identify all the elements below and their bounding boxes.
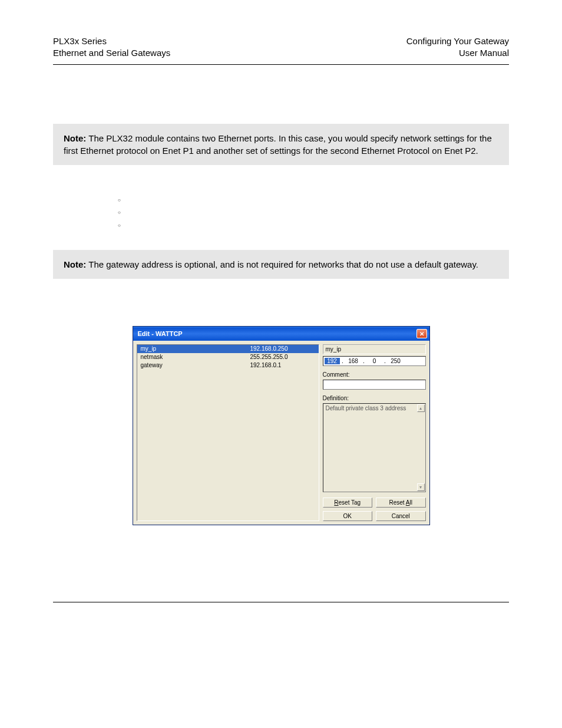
comment-input[interactable] xyxy=(323,380,426,390)
ip-octet-1[interactable]: 192 xyxy=(325,358,340,364)
list-name: my_ip xyxy=(141,345,250,353)
ip-octet-2[interactable]: 168 xyxy=(346,358,361,364)
ip-dot: . xyxy=(341,358,345,364)
edit-wattcp-dialog: Edit - WATTCP ✕ my_ip 192.168.0.250 netm… xyxy=(133,326,430,525)
scroll-up-icon[interactable]: ▴ xyxy=(417,404,425,412)
bullet-list xyxy=(118,195,509,233)
scroll-down-icon[interactable]: ▾ xyxy=(417,483,425,491)
definition-box: Default private class 3 address ▴ ▾ xyxy=(323,403,426,492)
list-row-gateway[interactable]: gateway 192.168.0.1 xyxy=(137,361,319,370)
cancel-button[interactable]: Cancel xyxy=(376,511,426,521)
dialog-titlebar[interactable]: Edit - WATTCP ✕ xyxy=(133,327,429,341)
note1-prefix: Note: xyxy=(64,133,86,143)
note-box-2: Note: The gateway address is optional, a… xyxy=(53,250,509,279)
note1-text: The PLX32 module contains two Ethernet p… xyxy=(64,133,492,156)
header-left-bottom: Ethernet and Serial Gateways xyxy=(53,47,170,59)
ip-dot: . xyxy=(362,358,366,364)
ip-octet-3[interactable]: 0 xyxy=(367,358,382,364)
bullet-item xyxy=(118,220,509,233)
note2-prefix: Note: xyxy=(64,259,86,269)
list-name: netmask xyxy=(141,353,250,361)
header-right-bottom: User Manual xyxy=(406,47,509,59)
dialog-title: Edit - WATTCP xyxy=(138,330,183,337)
close-icon: ✕ xyxy=(419,331,424,337)
list-name: gateway xyxy=(141,361,250,370)
list-row-netmask[interactable]: netmask 255.255.255.0 xyxy=(137,353,319,361)
note-box-1: Note: The PLX32 module contains two Ethe… xyxy=(53,124,509,165)
bullet-item xyxy=(118,207,509,220)
reset-tag-button[interactable]: Reset Tag xyxy=(323,498,373,508)
ok-button[interactable]: OK xyxy=(323,511,373,521)
page-header: PLX3x Series Ethernet and Serial Gateway… xyxy=(53,35,509,60)
list-value: 192.168.0.1 xyxy=(250,361,315,370)
selected-field-name: my_ip xyxy=(323,344,426,354)
ip-address-input[interactable]: 192 . 168 . 0 . 250 xyxy=(323,356,426,366)
parameter-list[interactable]: my_ip 192.168.0.250 netmask 255.255.255.… xyxy=(137,344,319,521)
comment-label: Comment: xyxy=(323,368,426,378)
header-left-top: PLX3x Series xyxy=(53,35,170,47)
list-value: 255.255.255.0 xyxy=(250,353,315,361)
definition-label: Definition: xyxy=(323,391,426,401)
ip-dot: . xyxy=(384,358,387,364)
footer-rule xyxy=(53,602,509,602)
ip-octet-4[interactable]: 250 xyxy=(388,358,404,364)
list-row-my-ip[interactable]: my_ip 192.168.0.250 xyxy=(137,345,319,353)
definition-text: Default private class 3 address xyxy=(326,405,406,411)
close-button[interactable]: ✕ xyxy=(416,329,427,338)
bullet-item xyxy=(118,195,509,207)
header-right-top: Configuring Your Gateway xyxy=(406,35,509,47)
header-rule xyxy=(53,64,509,65)
note2-text: The gateway address is optional, and is … xyxy=(86,259,478,269)
reset-all-button[interactable]: Reset All xyxy=(376,498,426,508)
list-value: 192.168.0.250 xyxy=(250,345,315,353)
